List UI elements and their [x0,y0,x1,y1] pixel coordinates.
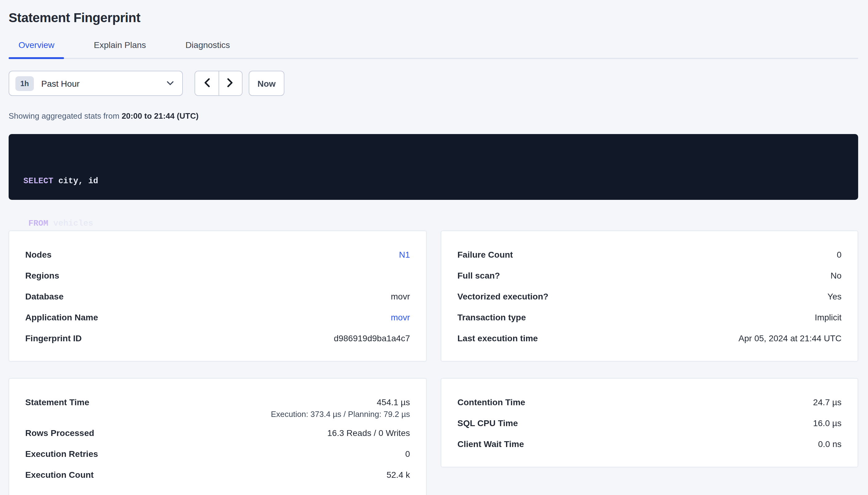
fingerprint-id-label: Fingerprint ID [25,332,82,344]
application-name-label: Application Name [25,311,98,323]
rows-processed-label: Rows Processed [25,427,94,439]
table-row: Fingerprint ID d986919d9ba1a4c7 [25,332,410,344]
table-row: Contention Time 24.7 µs [457,396,841,408]
interval-badge: 1h [15,76,34,91]
table-row: Transaction type Implicit [457,311,841,323]
failure-count-value: 0 [837,249,841,261]
table-row: Full scan? No [457,269,841,281]
previous-interval-button[interactable] [195,71,218,95]
sql-statement-box: SELECT city, id FROM vehicles WHERE city… [9,134,858,200]
page-title: Statement Fingerprint [9,0,858,26]
statement-timing-card: Statement Time 454.1 µs Execution: 373.4… [9,378,427,495]
sql-code: city, id [53,176,98,186]
statement-fingerprint-page: Statement Fingerprint Overview Explain P… [0,0,868,495]
execution-retries-value: 0 [405,448,410,460]
next-interval-button[interactable] [218,71,242,95]
client-wait-time-label: Client Wait Time [457,438,524,450]
table-row: SQL CPU Time 16.0 µs [457,417,841,429]
table-row: Nodes N1 [25,249,410,261]
table-row: Application Name movr [25,311,410,323]
chevron-right-icon [228,78,234,89]
sql-code: vehicles [48,219,93,228]
chevron-down-icon [167,81,174,85]
vectorized-execution-label: Vectorized execution? [457,290,548,303]
tab-overview[interactable]: Overview [9,40,64,58]
aggregated-stats-caption: Showing aggregated stats from 20:00 to 2… [9,111,858,121]
now-button[interactable]: Now [249,71,284,96]
database-label: Database [25,290,64,303]
full-scan-value: No [831,269,841,281]
table-row: Rows Processed 16.3 Reads / 0 Writes [25,427,410,439]
rows-processed-value: 16.3 Reads / 0 Writes [327,427,410,439]
sql-cpu-time-value: 16.0 µs [813,417,841,429]
sql-line: SELECT city, id [23,174,844,188]
application-name-link[interactable]: movr [391,311,410,323]
regions-label: Regions [25,269,59,281]
tab-diagnostics[interactable]: Diagnostics [176,40,240,58]
table-row: Statement Time 454.1 µs Execution: 373.4… [25,396,410,420]
contention-time-label: Contention Time [457,396,525,408]
last-execution-time-value: Apr 05, 2024 at 21:44 UTC [738,332,841,344]
time-range-select[interactable]: 1h Past Hour [9,71,183,96]
time-picker-row: 1h Past Hour Now [9,71,858,96]
summary-cards: Nodes N1 Regions Database movr Applicati… [9,231,858,495]
execution-attributes-card: Failure Count 0 Full scan? No Vectorized… [441,231,858,362]
vectorized-execution-value: Yes [828,290,841,303]
database-value: movr [391,290,410,303]
statement-time-value: 454.1 µs [271,396,410,408]
tab-explain-plans[interactable]: Explain Plans [84,40,156,58]
fingerprint-id-value: d986919d9ba1a4c7 [334,332,410,344]
execution-retries-label: Execution Retries [25,448,98,460]
transaction-type-value: Implicit [815,311,841,323]
client-wait-time-value: 0.0 ns [818,438,841,450]
node-link[interactable]: N1 [399,249,410,261]
last-execution-time-label: Last execution time [457,332,538,344]
tab-bar: Overview Explain Plans Diagnostics [9,40,858,59]
sql-keyword: SELECT [23,176,53,186]
failure-count-label: Failure Count [457,249,513,261]
table-row: Failure Count 0 [457,249,841,261]
table-row: Client Wait Time 0.0 ns [457,438,841,450]
table-row: Execution Retries 0 [25,448,410,460]
time-pager [195,71,243,96]
time-range-label: Past Hour [41,79,80,88]
nodes-label: Nodes [25,249,52,261]
wait-times-card: Contention Time 24.7 µs SQL CPU Time 16.… [441,378,858,467]
sql-keyword: FROM [28,219,48,228]
caption-prefix: Showing aggregated stats from [9,111,121,121]
table-row: Execution Count 52.4 k [25,468,410,481]
transaction-type-label: Transaction type [457,311,526,323]
statement-time-label: Statement Time [25,396,89,408]
table-row: Vectorized execution? Yes [457,290,841,303]
full-scan-label: Full scan? [457,269,500,281]
statement-time-breakdown: Execution: 373.4 µs / Planning: 79.2 µs [271,408,410,420]
execution-count-value: 52.4 k [387,468,410,481]
sql-cpu-time-label: SQL CPU Time [457,417,518,429]
table-row: Database movr [25,290,410,303]
chevron-left-icon [204,78,210,89]
sql-line: FROM vehicles [23,217,844,231]
contention-time-value: 24.7 µs [813,396,841,408]
caption-time-range: 20:00 to 21:44 (UTC) [121,111,198,121]
table-row: Regions [25,269,410,281]
table-row: Last execution time Apr 05, 2024 at 21:4… [457,332,841,344]
statement-details-card: Nodes N1 Regions Database movr Applicati… [9,231,427,362]
execution-count-label: Execution Count [25,468,94,481]
